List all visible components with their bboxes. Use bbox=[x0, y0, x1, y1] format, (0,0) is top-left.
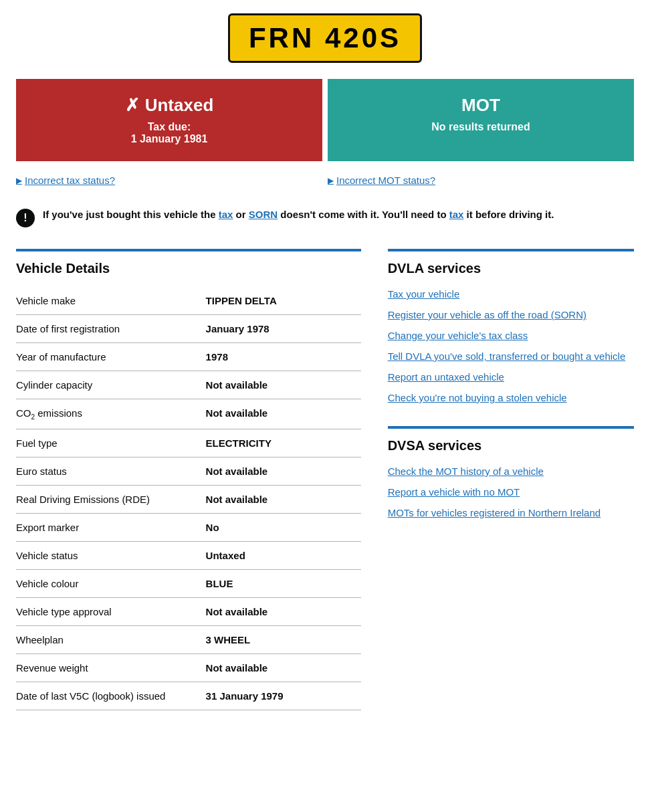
detail-label: Cylinder capacity bbox=[16, 371, 206, 399]
list-item: MOTs for vehicles registered in Northern… bbox=[388, 506, 634, 520]
detail-label: Export marker bbox=[16, 514, 206, 542]
detail-value: ELECTRICITY bbox=[206, 429, 361, 458]
list-item: Change your vehicle's tax class bbox=[388, 328, 634, 342]
table-row: Date of first registrationJanuary 1978 bbox=[16, 315, 361, 343]
dvla-service-link[interactable]: Check you're not buying a stolen vehicle bbox=[388, 392, 567, 403]
table-row: Vehicle statusUntaxed bbox=[16, 542, 361, 570]
detail-value: 31 January 1979 bbox=[206, 682, 361, 710]
detail-value: 1978 bbox=[206, 343, 361, 371]
vehicle-details-col: Vehicle Details Vehicle makeTIPPEN DELTA… bbox=[16, 249, 361, 710]
dvla-links: Tax your vehicleRegister your vehicle as… bbox=[388, 287, 634, 405]
table-row: Euro statusNot available bbox=[16, 458, 361, 486]
list-item: Check you're not buying a stolen vehicle bbox=[388, 391, 634, 405]
dvsa-service-link[interactable]: MOTs for vehicles registered in Northern… bbox=[388, 507, 601, 518]
detail-value: Not available bbox=[206, 654, 361, 682]
tax-link-banner[interactable]: tax bbox=[219, 209, 233, 220]
dvla-service-link[interactable]: Change your vehicle's tax class bbox=[388, 330, 528, 341]
list-item: Check the MOT history of a vehicle bbox=[388, 464, 634, 478]
detail-value: No bbox=[206, 514, 361, 542]
mot-status-subtitle: No results returned bbox=[341, 121, 621, 133]
detail-label: Vehicle colour bbox=[16, 570, 206, 598]
status-links-row: ▶ Incorrect tax status? ▶ Incorrect MOT … bbox=[16, 172, 634, 189]
dvla-service-link[interactable]: Tax your vehicle bbox=[388, 288, 460, 300]
detail-label: Year of manufacture bbox=[16, 343, 206, 371]
detail-value: Not available bbox=[206, 371, 361, 399]
table-row: CO2 emissionsNot available bbox=[16, 399, 361, 429]
table-row: Revenue weightNot available bbox=[16, 654, 361, 682]
detail-label: Vehicle status bbox=[16, 542, 206, 570]
dvsa-divider bbox=[388, 426, 634, 429]
tax-due-date: 1 January 1981 bbox=[29, 133, 309, 145]
incorrect-mot-link[interactable]: ▶ Incorrect MOT status? bbox=[328, 175, 634, 186]
mot-link-col: ▶ Incorrect MOT status? bbox=[328, 172, 634, 189]
list-item: Report an untaxed vehicle bbox=[388, 370, 634, 384]
table-row: Fuel typeELECTRICITY bbox=[16, 429, 361, 458]
detail-label: Euro status bbox=[16, 458, 206, 486]
detail-value: Not available bbox=[206, 399, 361, 429]
detail-value: BLUE bbox=[206, 570, 361, 598]
detail-label: Vehicle type approval bbox=[16, 598, 206, 626]
table-row: Vehicle colourBLUE bbox=[16, 570, 361, 598]
detail-label: Date of first registration bbox=[16, 315, 206, 343]
license-plate: FRN 420S bbox=[228, 13, 422, 63]
dvsa-service-link[interactable]: Report a vehicle with no MOT bbox=[388, 486, 520, 498]
detail-label: Date of last V5C (logbook) issued bbox=[16, 682, 206, 710]
table-row: Wheelplan3 WHEEL bbox=[16, 626, 361, 654]
untaxed-icon: ✗ bbox=[125, 95, 140, 116]
main-content: Vehicle Details Vehicle makeTIPPEN DELTA… bbox=[16, 249, 634, 710]
detail-value: TIPPEN DELTA bbox=[206, 287, 361, 315]
detail-value: Not available bbox=[206, 458, 361, 486]
table-row: Vehicle type approvalNot available bbox=[16, 598, 361, 626]
tax-due-label: Tax due: bbox=[29, 121, 309, 133]
services-col: DVLA services Tax your vehicleRegister y… bbox=[388, 249, 634, 526]
dvla-service-link[interactable]: Tell DVLA you've sold, transferred or bo… bbox=[388, 350, 626, 362]
list-item: Tax your vehicle bbox=[388, 287, 634, 301]
detail-label: Fuel type bbox=[16, 429, 206, 458]
info-icon: ! bbox=[16, 209, 35, 227]
detail-label: Revenue weight bbox=[16, 654, 206, 682]
mot-status-card: MOT No results returned bbox=[328, 79, 634, 161]
vehicle-details-divider bbox=[16, 249, 361, 251]
detail-label: Vehicle make bbox=[16, 287, 206, 315]
list-item: Register your vehicle as off the road (S… bbox=[388, 308, 634, 322]
dvsa-service-link[interactable]: Check the MOT history of a vehicle bbox=[388, 466, 544, 477]
tax-arrow-icon: ▶ bbox=[16, 176, 22, 185]
table-row: Real Driving Emissions (RDE)Not availabl… bbox=[16, 486, 361, 514]
dvsa-title: DVSA services bbox=[388, 438, 634, 453]
table-row: Cylinder capacityNot available bbox=[16, 371, 361, 399]
detail-label: Wheelplan bbox=[16, 626, 206, 654]
info-banner: ! If you've just bought this vehicle the… bbox=[16, 205, 634, 230]
vehicle-details-title: Vehicle Details bbox=[16, 261, 361, 276]
table-row: Vehicle makeTIPPEN DELTA bbox=[16, 287, 361, 315]
dvla-divider bbox=[388, 249, 634, 251]
status-row: ✗ Untaxed Tax due: 1 January 1981 MOT No… bbox=[16, 79, 634, 161]
dvla-service-link[interactable]: Register your vehicle as off the road (S… bbox=[388, 309, 586, 320]
plate-container: FRN 420S bbox=[16, 13, 634, 63]
dvsa-section: DVSA services Check the MOT history of a… bbox=[388, 426, 634, 520]
detail-value: 3 WHEEL bbox=[206, 626, 361, 654]
detail-value: Untaxed bbox=[206, 542, 361, 570]
detail-value: Not available bbox=[206, 598, 361, 626]
incorrect-tax-link[interactable]: ▶ Incorrect tax status? bbox=[16, 175, 322, 186]
detail-label: Real Driving Emissions (RDE) bbox=[16, 486, 206, 514]
dvla-title: DVLA services bbox=[388, 261, 634, 276]
list-item: Report a vehicle with no MOT bbox=[388, 485, 634, 499]
detail-value: January 1978 bbox=[206, 315, 361, 343]
table-row: Year of manufacture1978 bbox=[16, 343, 361, 371]
table-row: Date of last V5C (logbook) issued31 Janu… bbox=[16, 682, 361, 710]
detail-label: CO2 emissions bbox=[16, 399, 206, 429]
vehicle-details-table: Vehicle makeTIPPEN DELTADate of first re… bbox=[16, 287, 361, 710]
tax-status-card: ✗ Untaxed Tax due: 1 January 1981 bbox=[16, 79, 322, 161]
list-item: Tell DVLA you've sold, transferred or bo… bbox=[388, 349, 634, 363]
dvla-service-link[interactable]: Report an untaxed vehicle bbox=[388, 371, 504, 383]
table-row: Export markerNo bbox=[16, 514, 361, 542]
tax-link-col: ▶ Incorrect tax status? bbox=[16, 172, 322, 189]
tax-status-title: ✗ Untaxed bbox=[29, 95, 309, 116]
sorn-link-banner[interactable]: SORN bbox=[249, 209, 278, 220]
tax-link-banner2[interactable]: tax bbox=[449, 209, 464, 220]
dvsa-links: Check the MOT history of a vehicleReport… bbox=[388, 464, 634, 520]
detail-value: Not available bbox=[206, 486, 361, 514]
info-text: If you've just bought this vehicle the t… bbox=[43, 207, 554, 223]
mot-arrow-icon: ▶ bbox=[328, 176, 334, 185]
mot-status-title: MOT bbox=[341, 95, 621, 116]
